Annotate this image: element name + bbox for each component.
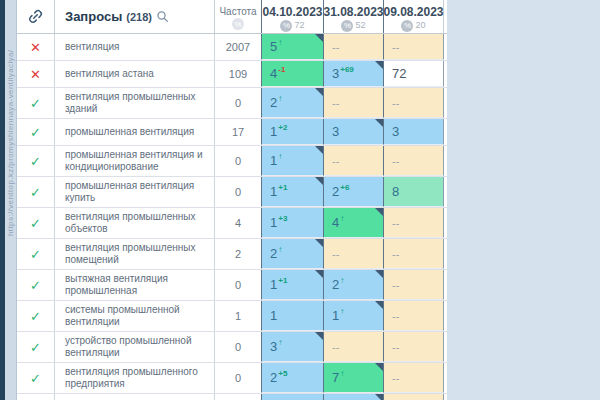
position-cell[interactable]: 1+2 <box>261 119 324 145</box>
position-cell[interactable]: 3 <box>383 119 444 145</box>
link-column-header[interactable] <box>17 0 55 33</box>
position-cell[interactable]: -- <box>323 34 384 60</box>
frequency-label: Частота <box>219 6 256 17</box>
position-cell[interactable]: 1+1 <box>261 177 324 207</box>
status-cell[interactable]: ✓ <box>17 177 55 207</box>
position-cell[interactable]: 2↑ <box>323 270 384 300</box>
query-cell[interactable]: вытяжная вентиляция промышленная <box>55 270 215 300</box>
position-cell[interactable]: 3↑ <box>261 332 324 362</box>
position-cell[interactable]: -- <box>383 34 444 60</box>
position-cell[interactable] <box>383 394 444 400</box>
query-text: системы промышленной вентиляции <box>65 304 206 328</box>
table-body: ✕ вентиляция 2007 5↑ -- -- ✕ вентиляция … <box>17 34 447 400</box>
query-cell[interactable]: вентиляция промышленных помещений <box>55 239 215 269</box>
query-text: промышленная вентиляция купить <box>65 180 206 204</box>
queries-column-header[interactable]: Запросы (218) <box>55 0 215 33</box>
status-cell[interactable]: ✓ <box>17 301 55 331</box>
position-cell[interactable]: -- <box>383 146 444 176</box>
status-cell[interactable] <box>17 394 55 400</box>
position-change: ↑ <box>340 307 344 316</box>
corner-marker-icon <box>315 146 323 154</box>
corner-marker-icon <box>315 34 323 42</box>
corner-marker-icon <box>375 208 383 216</box>
frequency-column-header[interactable]: Частота % <box>215 0 262 33</box>
position-cell[interactable]: 3 <box>323 119 384 145</box>
position-cell[interactable]: -- <box>383 88 444 118</box>
check-icon: ✓ <box>30 309 41 324</box>
query-cell[interactable]: вентиляция промышленных зданий <box>55 88 215 118</box>
position-change: +2 <box>278 123 287 132</box>
position-cell[interactable]: 2+5 <box>261 363 324 393</box>
query-cell[interactable]: устройство промышленной вентиляции <box>55 332 215 362</box>
table-row: ✕ вентиляция астана 109 4-1 3+69 72 <box>17 61 447 88</box>
search-icon[interactable] <box>156 10 169 23</box>
corner-marker-icon <box>375 363 383 371</box>
query-cell[interactable]: вентиляция <box>55 34 215 60</box>
position-cell[interactable]: -- <box>323 88 384 118</box>
percent-badge-icon: % <box>280 20 292 32</box>
query-cell[interactable]: промышленная вентиляция купить <box>55 177 215 207</box>
date-column-header[interactable]: 31.08.2023 %52 <box>323 0 384 33</box>
position-cell[interactable]: -- <box>323 332 384 362</box>
frequency-cell: 4 <box>215 208 262 238</box>
frequency-value: 0 <box>235 155 241 167</box>
status-cell[interactable]: ✕ <box>17 34 55 60</box>
status-cell[interactable]: ✓ <box>17 146 55 176</box>
status-cell[interactable]: ✓ <box>17 332 55 362</box>
status-cell[interactable]: ✓ <box>17 208 55 238</box>
table-header: Запросы (218) Частота % 04.10.2023 %72 3… <box>17 0 447 34</box>
position-cell[interactable]: 1 <box>261 301 324 331</box>
position-cell[interactable]: 2+6 <box>323 177 384 207</box>
frequency-cell: 0 <box>215 177 262 207</box>
table-row: ✓ вентиляция промышленного предприятия 0… <box>17 363 447 394</box>
position-cell[interactable]: 8 <box>383 177 444 207</box>
date-column-header[interactable]: 04.10.2023 %72 <box>261 0 324 33</box>
position-cell[interactable]: -- <box>383 208 444 238</box>
position-cell[interactable]: -- <box>383 301 444 331</box>
position-cell[interactable]: 7↑ <box>323 363 384 393</box>
position-cell[interactable]: 72 <box>383 61 444 87</box>
frequency-value: 0 <box>235 97 241 109</box>
query-cell[interactable]: промышленная вентиляция <box>55 119 215 145</box>
query-cell[interactable]: вентиляция астана <box>55 61 215 87</box>
status-cell[interactable]: ✓ <box>17 270 55 300</box>
query-text: промышленная вентиляция <box>65 126 194 138</box>
position-cell[interactable]: 4↑ <box>323 208 384 238</box>
frequency-value: 2007 <box>226 41 250 53</box>
position-cell[interactable]: 1↑ <box>323 301 384 331</box>
query-cell[interactable]: вентиляция промышленных объектов <box>55 208 215 238</box>
frequency-value: 2 <box>235 248 241 260</box>
position-cell[interactable]: -- <box>383 239 444 269</box>
position-cell[interactable]: 2↑ <box>261 88 324 118</box>
date-column-header[interactable]: 09.08.2023 %20 <box>383 0 444 33</box>
query-cell[interactable]: промышленная вентиляция и кондиционирова… <box>55 146 215 176</box>
position-cell[interactable] <box>261 394 324 400</box>
position-cell[interactable]: -- <box>383 270 444 300</box>
position-cell[interactable]: -- <box>323 146 384 176</box>
position-cell[interactable]: -- <box>383 332 444 362</box>
status-cell[interactable]: ✓ <box>17 239 55 269</box>
position-cell[interactable]: 1+1 <box>261 270 324 300</box>
position-change: -1 <box>278 65 285 74</box>
status-cell[interactable]: ✓ <box>17 363 55 393</box>
position-cell[interactable]: -- <box>383 363 444 393</box>
frequency-value: 1 <box>235 310 241 322</box>
position-cell[interactable]: 4-1 <box>261 61 324 87</box>
position-cell[interactable]: 2↑ <box>261 239 324 269</box>
link-icon <box>25 6 46 27</box>
status-cell[interactable]: ✕ <box>17 61 55 87</box>
position-cell[interactable]: 1+3 <box>261 208 324 238</box>
status-cell[interactable]: ✓ <box>17 119 55 145</box>
corner-marker-icon <box>315 88 323 96</box>
query-cell[interactable] <box>55 394 215 400</box>
position-cell[interactable] <box>323 394 384 400</box>
frequency-cell: 0 <box>215 146 262 176</box>
position-cell[interactable]: 1↑ <box>261 146 324 176</box>
status-cell[interactable]: ✓ <box>17 88 55 118</box>
position-cell[interactable]: 5↑ <box>261 34 324 60</box>
position-cell[interactable]: 3+69 <box>323 61 384 87</box>
query-cell[interactable]: вентиляция промышленного предприятия <box>55 363 215 393</box>
query-cell[interactable]: системы промышленной вентиляции <box>55 301 215 331</box>
date-label: 31.08.2023 <box>323 5 383 19</box>
position-cell[interactable]: -- <box>323 239 384 269</box>
